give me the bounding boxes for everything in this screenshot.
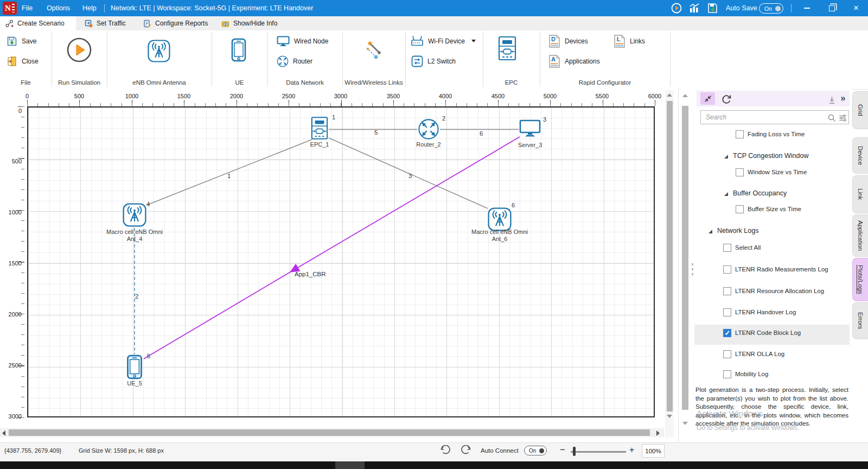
checkbox[interactable] — [723, 370, 731, 378]
minimize-button[interactable] — [797, 0, 816, 16]
zoom-level[interactable]: 100% — [642, 444, 665, 458]
checkbox[interactable] — [723, 244, 731, 252]
grid-size-text: Grid Size W: 1598 px, H: 688 px — [79, 447, 164, 454]
group-label-links: Wired/Wireless Links — [342, 79, 405, 86]
checkbox[interactable] — [723, 308, 731, 316]
checkbox[interactable] — [723, 287, 731, 295]
device-epc-1[interactable] — [311, 116, 328, 142]
wired-wireless-links-button[interactable] — [362, 39, 385, 64]
save-button[interactable]: Save — [7, 36, 36, 47]
ribbon-tab-row: Create Scenario Set Traffic Configure Re… — [0, 16, 868, 30]
panel-scro ll-up-icon[interactable] — [682, 94, 688, 97]
undo-icon[interactable] — [439, 445, 451, 458]
side-tab-application[interactable]: Application — [852, 214, 868, 257]
save-icon — [7, 36, 17, 47]
plots-icon[interactable] — [689, 3, 700, 16]
device-server-3[interactable] — [519, 119, 541, 140]
redo-icon[interactable] — [460, 445, 472, 458]
save-icon[interactable] — [707, 2, 719, 16]
enb-omni-antenna-button[interactable] — [147, 39, 171, 65]
device-router-2[interactable] — [418, 118, 439, 142]
zoom-slider-track[interactable] — [571, 451, 626, 453]
wired-node-button[interactable]: Wired Node — [277, 36, 328, 47]
toggle-knob — [539, 448, 544, 453]
tab-show-hide-info[interactable]: Show/Hide Info — [216, 16, 283, 30]
sort-icon[interactable] — [828, 96, 835, 104]
checkbox[interactable] — [736, 130, 744, 138]
group-label-file: File — [0, 79, 52, 86]
menu-help[interactable]: Help — [79, 0, 100, 16]
rapid-links-button[interactable]: L Links — [614, 34, 645, 48]
tab-configure-reports[interactable]: Configure Reports — [138, 16, 213, 30]
vertical-scrollbar-thumb[interactable] — [667, 101, 673, 411]
zoom-in-button[interactable]: + — [629, 445, 634, 455]
link-label: 6 — [480, 130, 483, 137]
rapid-devices-button[interactable]: D Devices — [548, 34, 588, 48]
svg-text:L: L — [617, 36, 621, 42]
scroll-down-icon[interactable] — [667, 415, 672, 418]
scroll-right-icon[interactable] — [656, 430, 660, 436]
rapid-applications-button[interactable]: A Applications — [548, 54, 600, 68]
tab-set-traffic[interactable]: Set Traffic — [79, 16, 131, 30]
plots-panel-header — [697, 91, 850, 106]
zoom-slider-thumb[interactable] — [573, 447, 576, 456]
titlebar: N File Options Help Network: LTE | Works… — [0, 0, 868, 16]
restore-button[interactable] — [822, 0, 841, 16]
checkbox-checked[interactable] — [723, 329, 731, 337]
device-label: UE_5 — [113, 380, 156, 387]
side-tab-errors[interactable]: Errors — [852, 302, 868, 339]
close-button[interactable]: Close — [7, 56, 39, 67]
group-label-rapid-configurator: Rapid Configurator — [540, 79, 670, 86]
taskbar-strip-segment — [335, 461, 365, 469]
zoom-out-button[interactable]: − — [560, 445, 565, 455]
run-simulation-button[interactable] — [66, 37, 92, 65]
splitter-grip[interactable] — [692, 263, 693, 276]
device-label: Router_2 — [407, 141, 450, 148]
collapse-panel-icon[interactable] — [700, 92, 715, 105]
side-tab-device[interactable]: Device — [852, 137, 868, 174]
scroll-left-icon[interactable] — [2, 430, 5, 436]
application-label[interactable]: App1_CBR — [295, 271, 326, 277]
close-button[interactable]: × — [847, 0, 865, 16]
l2-switch-button[interactable]: L2 Switch — [411, 55, 456, 67]
side-tab-plots-logs[interactable]: Plots/Logs — [852, 258, 868, 301]
search-icon[interactable] — [827, 113, 837, 123]
panel-scrollbar-thumb[interactable] — [682, 106, 688, 410]
router-button[interactable]: Router — [277, 55, 312, 67]
application-flow-line[interactable] — [291, 137, 520, 271]
device-enb-4[interactable] — [122, 202, 147, 230]
ue-button[interactable] — [231, 38, 246, 64]
menu-options[interactable]: Options — [43, 0, 73, 16]
configure-reports-icon — [143, 20, 151, 28]
expand-panel-icon[interactable]: » — [837, 92, 849, 105]
link-icon — [362, 39, 385, 62]
menu-file[interactable]: File — [18, 0, 36, 16]
device-ue-5[interactable] — [126, 354, 143, 382]
expander-triangle-icon[interactable] — [724, 192, 728, 196]
wifi-device-button[interactable]: Wi-Fi Device — [411, 35, 476, 47]
tab-create-scenario[interactable]: Create Scenario — [0, 16, 76, 30]
side-tab-link[interactable]: Link — [852, 175, 868, 213]
l2-switch-icon — [411, 55, 423, 67]
filter-icon[interactable] — [838, 113, 847, 123]
checkbox[interactable] — [723, 350, 731, 358]
checkbox[interactable] — [736, 205, 744, 213]
checkbox[interactable] — [736, 168, 744, 176]
epc-button[interactable] — [498, 36, 516, 63]
panel-scroll-down-icon[interactable] — [682, 422, 688, 425]
applications-doc-icon: A — [548, 54, 560, 68]
expander-triangle-icon[interactable] — [724, 155, 728, 159]
expander-triangle-icon[interactable] — [709, 230, 712, 233]
refresh-icon[interactable] — [720, 93, 732, 105]
auto-save-toggle[interactable]: On — [759, 3, 783, 14]
horizontal-scrollbar-thumb[interactable] — [9, 429, 650, 436]
group-label-ue: UE — [212, 79, 267, 86]
checkbox[interactable] — [723, 265, 731, 274]
side-tab-grid[interactable]: Grid — [852, 91, 868, 129]
auto-connect-toggle[interactable]: On — [524, 446, 547, 455]
scroll-up-icon[interactable] — [667, 93, 672, 97]
device-label: Server_3 — [508, 142, 552, 149]
device-id: 1 — [332, 114, 335, 121]
run-simulation-icon[interactable] — [671, 3, 682, 16]
devices-doc-icon: D — [548, 34, 560, 48]
